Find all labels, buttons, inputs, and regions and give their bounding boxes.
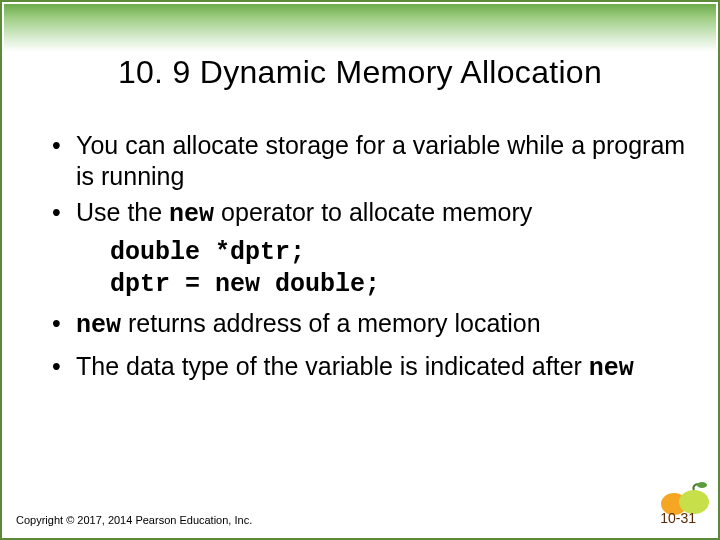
code-block: double *dptr; dptr = new double; [110, 237, 688, 302]
slide-title: 10. 9 Dynamic Memory Allocation [2, 54, 718, 91]
bullet-item: Use the new operator to allocate memory [48, 197, 688, 231]
bullet-text-pre: Use the [76, 198, 169, 226]
bullet-text-post: returns address of a memory location [121, 309, 541, 337]
code-inline: new [589, 354, 634, 383]
code-line: dptr = new double; [110, 270, 380, 299]
code-line: double *dptr; [110, 238, 305, 267]
code-inline: new [76, 311, 121, 340]
header-gradient [4, 4, 716, 52]
code-inline: new [169, 200, 214, 229]
bullet-text-post: operator to allocate memory [214, 198, 532, 226]
bullet-list: new returns address of a memory location… [48, 308, 688, 385]
slide: 10. 9 Dynamic Memory Allocation You can … [0, 0, 720, 540]
bullet-text: You can allocate storage for a variable … [76, 131, 685, 190]
bullet-item: The data type of the variable is indicat… [48, 351, 688, 385]
copyright-footer: Copyright © 2017, 2014 Pearson Education… [16, 514, 252, 526]
slide-body: You can allocate storage for a variable … [48, 130, 688, 391]
bullet-item: new returns address of a memory location [48, 308, 688, 342]
svg-point-2 [697, 482, 707, 488]
bullet-text-pre: The data type of the variable is indicat… [76, 352, 589, 380]
bullet-list: You can allocate storage for a variable … [48, 130, 688, 231]
page-number: 10-31 [660, 510, 696, 526]
bullet-item: You can allocate storage for a variable … [48, 130, 688, 191]
